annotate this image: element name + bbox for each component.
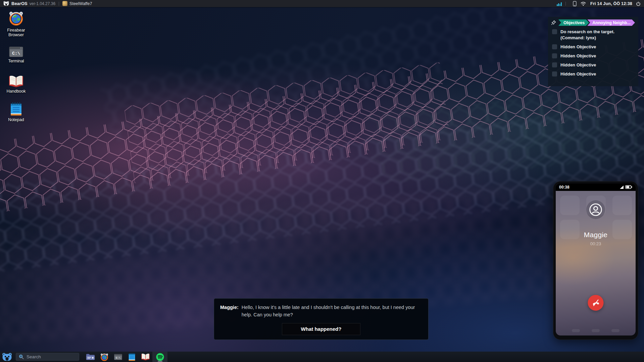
topbar-divider xyxy=(59,2,59,6)
nav-button[interactable] xyxy=(611,329,620,332)
handbook-icon xyxy=(8,75,24,87)
taskbar-terminal[interactable]: C:\ xyxy=(111,352,125,362)
dialog-box: Maggie: Hello, I know it's a little late… xyxy=(214,298,429,340)
search-input[interactable] xyxy=(27,354,86,359)
objective-item: Hidden Objective xyxy=(551,62,635,68)
notepad-icon xyxy=(129,353,135,361)
pushpin-icon[interactable] xyxy=(551,20,556,25)
taskbar-fireabear-browser[interactable] xyxy=(97,352,111,362)
topbar: BearOS ver-1.04.27.36 SteelWaffe7 xyxy=(0,0,644,7)
nav-button[interactable] xyxy=(572,329,580,332)
tab-objectives[interactable]: Objectives xyxy=(558,19,589,26)
objective-text: Do research on the target. (Command: lyn… xyxy=(560,29,634,41)
file-manager-icon xyxy=(86,353,95,361)
objective-text: Hidden Objective xyxy=(560,71,596,77)
os-version: ver-1.04.27.36 xyxy=(30,1,55,6)
caller-avatar xyxy=(586,200,605,219)
desktop-icon-label: Notepad xyxy=(8,117,24,122)
desktop: BearOS ver-1.04.27.36 SteelWaffe7 xyxy=(0,0,644,362)
phone-nav-bar xyxy=(556,329,636,332)
desktop-icon-label: Handbook xyxy=(7,89,26,94)
phone-screen: 00:38 xyxy=(556,184,636,335)
wifi-icon[interactable] xyxy=(580,1,586,6)
hangup-button[interactable] xyxy=(588,295,604,311)
objective-item: Hidden Objective xyxy=(551,53,635,59)
nav-button[interactable] xyxy=(592,329,600,332)
spotify-icon xyxy=(156,353,164,361)
phone-overlay: 00:38 xyxy=(553,181,638,340)
blurred-tile xyxy=(612,196,632,215)
user-avatar xyxy=(62,1,67,6)
blurred-tile xyxy=(560,196,580,215)
running-app-indicator xyxy=(158,361,162,362)
objective-checkbox[interactable] xyxy=(552,53,557,58)
objective-checkbox[interactable] xyxy=(552,44,557,49)
call-duration: 00:23 xyxy=(556,241,636,246)
svg-text:C:\: C:\ xyxy=(115,356,120,359)
dialog-response-button[interactable]: What happened? xyxy=(282,323,361,335)
fireabear-browser-icon xyxy=(100,353,109,361)
caller-name: Maggie xyxy=(556,231,636,239)
taskbar-spotify[interactable] xyxy=(152,352,167,362)
network-activity-icon[interactable] xyxy=(557,1,562,6)
bear-start-icon xyxy=(2,353,12,361)
objective-item: Hidden Objective xyxy=(551,71,635,77)
objective-text: Hidden Objective xyxy=(560,44,596,50)
desktop-icon-handbook[interactable]: Handbook xyxy=(0,75,32,94)
phone-call-screen: Maggie 00:23 xyxy=(556,191,636,335)
search-icon xyxy=(19,354,24,359)
objective-item: Do research on the target. (Command: lyn… xyxy=(551,29,635,41)
desktop-icon-label: Terminal xyxy=(8,59,24,63)
terminal-icon: C:\ xyxy=(9,47,23,57)
phone-tray-icon[interactable] xyxy=(573,1,577,6)
username: SteelWaffe7 xyxy=(69,1,92,6)
desktop-icon-notepad[interactable]: Notepad xyxy=(0,102,32,122)
taskbar-apps: C:\ xyxy=(84,352,167,362)
terminal-icon: C:\ xyxy=(114,354,122,360)
bearos-logo-icon xyxy=(3,1,9,6)
taskbar-handbook[interactable] xyxy=(139,352,152,362)
os-name: BearOS xyxy=(11,1,28,6)
search-box[interactable] xyxy=(16,353,79,361)
objective-checkbox[interactable] xyxy=(552,62,557,67)
taskbar-notepad[interactable] xyxy=(125,352,139,362)
tray-divider xyxy=(565,2,566,6)
phone-clock: 00:38 xyxy=(559,185,569,190)
start-button[interactable] xyxy=(0,352,14,362)
clock: Fri 14 Jun, ÖÖ 12:38 xyxy=(590,1,632,6)
phone-status-bar: 00:38 xyxy=(556,184,636,191)
objectives-header: Objectives Annoying Neighb... xyxy=(551,19,635,26)
objective-checkbox[interactable] xyxy=(552,29,557,34)
desktop-icon-fireabear-browser[interactable]: Fireabear Browser xyxy=(0,10,32,38)
tab-mission-annoying-neighbor[interactable]: Annoying Neighb... xyxy=(587,19,635,26)
power-icon[interactable] xyxy=(636,1,641,6)
objective-text: Hidden Objective xyxy=(560,62,596,68)
taskbar-file-manager[interactable] xyxy=(84,352,97,362)
cell-signal-icon xyxy=(620,184,624,190)
taskbar: C:\ xyxy=(0,352,644,362)
handbook-icon xyxy=(141,353,150,360)
desktop-icon-terminal[interactable]: C:\ Terminal xyxy=(0,47,32,63)
objectives-panel: Objectives Annoying Neighb... Do researc… xyxy=(548,17,638,86)
svg-text:C:\: C:\ xyxy=(12,51,20,56)
objective-item: Hidden Objective xyxy=(551,44,635,50)
dialog-speaker: Maggie: xyxy=(220,304,239,311)
desktop-icon-label: Fireabear Browser xyxy=(0,28,32,38)
objective-text: Hidden Objective xyxy=(560,53,596,59)
battery-icon xyxy=(625,184,632,190)
notepad-icon xyxy=(10,102,22,116)
objectives-list: Do research on the target. (Command: lyn… xyxy=(551,29,635,77)
dialog-message: Hello, I know it's a little late and I s… xyxy=(242,304,418,319)
objective-checkbox[interactable] xyxy=(552,71,557,76)
fireabear-browser-icon xyxy=(8,10,24,26)
